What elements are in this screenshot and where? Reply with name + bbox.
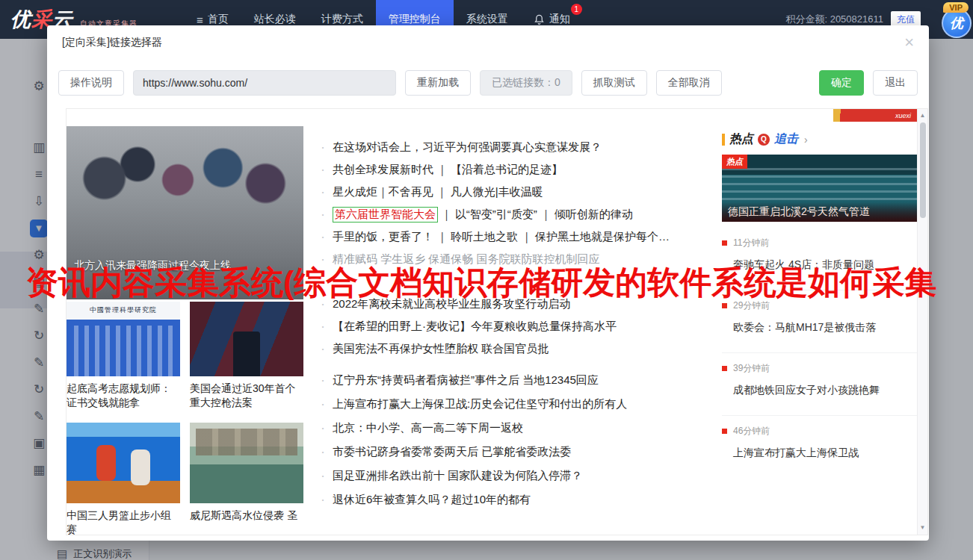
hot-item-time: 46分钟前: [733, 425, 770, 438]
hot-timeline-item[interactable]: 29分钟前欧委会：马航MH17是被俄击落: [722, 290, 917, 353]
headline-text: 市委书记跻身省委常委两天后 已掌舵省委政法委: [333, 445, 571, 459]
news-card-caption: 威尼斯遇高水位侵袭 圣: [190, 508, 303, 523]
selected-link[interactable]: 第六届世界智能大会: [333, 207, 438, 223]
hot-tag-badge: 热点: [722, 155, 747, 169]
headline-text: 2022年离校未就业高校毕业生服务攻坚行动启动: [333, 297, 570, 311]
selected-count-button[interactable]: 已选链接数：0: [480, 70, 572, 96]
hot-timeline-item[interactable]: 39分钟前成都地铁回应女子对小孩跳艳舞: [722, 353, 917, 416]
bullet-icon: ·: [321, 420, 325, 436]
hot-feature-card[interactable]: 热点 德国正重启北溪2号天然气管道: [722, 155, 917, 222]
headline-text: 退休近6年被查算久吗？超过10年的都有: [333, 493, 531, 507]
bullet-icon: ·: [321, 140, 325, 155]
webview-scrollbar[interactable]: ▲ ▼: [917, 109, 927, 535]
headline-item[interactable]: ·美国宪法不再保护女性堕胎权 联合国官员批: [321, 337, 709, 360]
bullet-icon: ·: [321, 319, 325, 335]
bullet-icon: [722, 366, 727, 371]
headline-item[interactable]: ·共创全球发展新时代 ｜ 【沿着总书记的足迹】: [321, 158, 709, 181]
headline-item[interactable]: ·市委书记跻身省委常委两天后 已掌舵省委政法委: [321, 440, 709, 464]
vip-badge: VIP: [943, 2, 969, 13]
headline-item[interactable]: ·辽宁丹东“持黄码者看病被拦”事件之后 当地12345回应: [321, 368, 709, 392]
headline-text: 精准赋码 学生返乡 保通保畅 国务院联防联控机制回应: [333, 252, 600, 267]
news-card[interactable]: 威尼斯遇高水位侵袭 圣: [190, 423, 303, 523]
bullet-icon: ·: [321, 229, 325, 245]
headline-item[interactable]: ·在这场对话会上，习近平为何强调要真心实意谋发展？: [321, 136, 709, 158]
hot-item-time: 29分钟前: [733, 299, 770, 312]
scrollbar-thumb[interactable]: [920, 122, 926, 218]
notification-badge: 1: [571, 4, 582, 15]
reload-button[interactable]: 重新加载: [405, 70, 471, 96]
news-card[interactable]: 中國管理科學研究院起底高考志愿规划师：证书交钱就能拿: [67, 302, 180, 410]
chevron-right-icon: ›: [804, 134, 808, 146]
bullet-icon: ·: [321, 444, 325, 460]
hot-item-time-row: 29分钟前: [722, 299, 917, 312]
bullet-icon: ·: [321, 341, 325, 357]
hot-timeline: 11分钟前奔驰车起火 4S店：非质量问题29分钟前欧委会：马航MH17是被俄击落…: [722, 228, 917, 479]
hot-topics-section: 热点 Q 追击 › 热点 德国正重启北溪2号天然气管道 11分钟前奔驰车起火 4…: [722, 131, 917, 479]
menu-icon: ≡: [197, 13, 203, 26]
hot-timeline-item[interactable]: 46分钟前上海宣布打赢大上海保卫战: [722, 416, 917, 479]
headline-item[interactable]: ·手里的饭，更香了！ ｜ 聆听土地之歌 ｜ 保护黑土地就是保护每个…: [321, 225, 709, 248]
url-input[interactable]: [133, 70, 396, 96]
hot-item-time-row: 11分钟前: [722, 237, 917, 249]
news-card-caption: 中国三人男篮止步小组赛: [67, 508, 180, 535]
headline-item[interactable]: ·第六届世界智能大会｜ 以“智变”引“质变” ｜ 倾听创新的律动: [321, 203, 709, 225]
headline-text: 手里的饭，更香了！ ｜ 聆听土地之歌 ｜ 保护黑土地就是保护每个…: [333, 230, 670, 244]
close-icon[interactable]: ×: [904, 34, 914, 51]
headline-item[interactable]: ·2022年离校未就业高校毕业生服务攻坚行动启动: [321, 293, 709, 315]
confirm-button[interactable]: 确定: [819, 70, 864, 96]
chase-label: 追击: [774, 131, 798, 147]
modal-toolbar: 操作说明 重新加载 已选链接数：0 抓取测试 全部取消 确定 退出: [47, 60, 929, 96]
nav-item-label: 首页: [208, 13, 229, 26]
bullet-icon: ·: [321, 296, 325, 312]
news-card-image: 中國管理科學研究院: [67, 302, 180, 376]
modal-title: [定向采集]链接选择器: [62, 36, 162, 49]
hot-item-title: 欧委会：马航MH17是被俄击落: [722, 321, 917, 335]
headline-text: ｜ 以“智变”引“质变” ｜ 倾听创新的律动: [441, 208, 633, 222]
headline-list-top: ·在这场对话会上，习近平为何强调要真心实意谋发展？·共创全球发展新时代 ｜ 【沿…: [321, 136, 709, 360]
accent-bar: [722, 134, 725, 146]
bullet-icon: ·: [321, 207, 325, 223]
hot-topics-header[interactable]: 热点 Q 追击 ›: [722, 131, 917, 147]
hot-item-title: 成都地铁回应女子对小孩跳艳舞: [722, 384, 917, 397]
scroll-down-icon[interactable]: ▼: [918, 523, 927, 533]
hot-feature-caption: 德国正重启北溪2号天然气管道: [722, 202, 917, 222]
headline-item[interactable]: ·国足亚洲排名跌出前十 国家队建设为何陷入停滞？: [321, 464, 709, 488]
bullet-icon: ·: [321, 252, 325, 267]
headline-text: 【在希望的田野上·麦收记】今年夏粮收购总量保持高水平: [333, 320, 617, 334]
headline-item[interactable]: ·精准赋码 学生返乡 保通保畅 国务院联防联控机制回应: [321, 248, 709, 270]
bullet-icon: [722, 429, 727, 434]
headline-item[interactable]: ·北京：中小学、高一高二等下周一返校: [321, 416, 709, 440]
modal-webview: xuexi 北方入汛来最强降雨过程今夜上线 ·在这场对话会上，习近平为何强调要真…: [66, 108, 928, 535]
hot-item-time-row: 46分钟前: [722, 425, 917, 438]
grab-test-button[interactable]: 抓取测试: [581, 70, 647, 96]
news-cards: 中國管理科學研究院起底高考志愿规划师：证书交钱就能拿美国会通过近30年首个重大控…: [67, 109, 303, 535]
headline-item[interactable]: ·退休近6年被查算久吗？超过10年的都有: [321, 488, 709, 511]
scroll-up-icon[interactable]: ▲: [918, 111, 927, 121]
nav-item-label: 站长必读: [254, 13, 296, 26]
nav-item-label: 系统设置: [466, 13, 508, 26]
headline-item[interactable]: ·上海宣布打赢大上海保卫战:历史会记住坚守和付出的所有人: [321, 392, 709, 416]
headline-text: 星火成炬｜不舍再见 ｜ 凡人微光|丰收温暖: [333, 185, 543, 199]
hot-item-title: 上海宣布打赢大上海保卫战: [722, 447, 917, 460]
headline-item[interactable]: ·【在希望的田野上·麦收记】今年夏粮收购总量保持高水平: [321, 315, 709, 337]
bullet-icon: ·: [321, 373, 325, 388]
cancel-all-button[interactable]: 全部取消: [656, 70, 722, 96]
avatar[interactable]: 优: [942, 8, 972, 38]
hot-item-time: 39分钟前: [733, 362, 770, 375]
hot-item-time-row: 39分钟前: [722, 362, 917, 375]
headline-item[interactable]: ·星火成炬｜不舍再见 ｜ 凡人微光|丰收温暖: [321, 181, 709, 203]
news-card[interactable]: 美国会通过近30年首个重大控枪法案: [190, 302, 303, 410]
hot-timeline-item[interactable]: 11分钟前奔驰车起火 4S店：非质量问题: [722, 228, 917, 290]
headline-text: 国足亚洲排名跌出前十 国家队建设为何陷入停滞？: [333, 469, 582, 483]
nav-item-label: 通知: [549, 13, 570, 26]
nav-item-label: 计费方式: [321, 13, 363, 26]
hot-item-time: 11分钟前: [733, 237, 769, 249]
exit-button[interactable]: 退出: [873, 70, 918, 96]
help-button[interactable]: 操作说明: [58, 70, 124, 96]
bullet-icon: ·: [321, 492, 325, 508]
hot-label: 热点: [729, 131, 753, 147]
modal-header: [定向采集]链接选择器 ×: [47, 25, 929, 60]
headline-text: 北京：中小学、高一高二等下周一返校: [333, 421, 523, 435]
building-windows-decoration: [74, 326, 173, 376]
news-card[interactable]: 中国三人男篮止步小组赛: [67, 423, 180, 535]
